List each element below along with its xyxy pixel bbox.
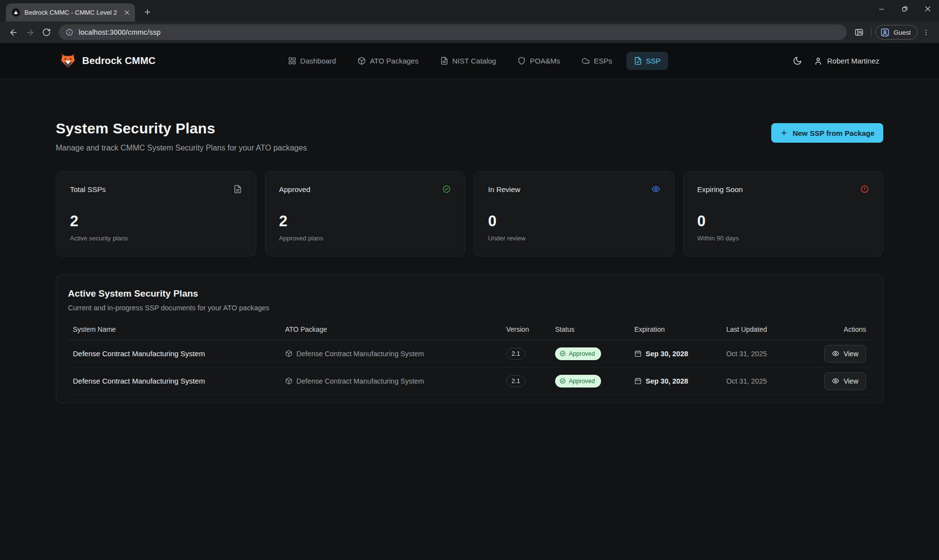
window-controls: [870, 0, 939, 18]
app-header: Bedrock CMMC Dashboard ATO Packages NIST…: [0, 43, 939, 79]
view-button[interactable]: View: [824, 345, 866, 363]
calendar-icon: [634, 350, 642, 357]
stat-value: 2: [70, 213, 242, 230]
restore-button[interactable]: [893, 0, 916, 18]
table-title: Active System Security Plans: [68, 288, 871, 299]
url-text: localhost:3000/cmmc/ssp: [79, 28, 160, 36]
stat-label: Total SSPs: [70, 185, 106, 194]
table-header-row: System Name ATO Package Version Status E…: [68, 325, 871, 340]
url-bar[interactable]: localhost:3000/cmmc/ssp: [59, 24, 847, 40]
stat-caption: Within 90 days: [697, 235, 870, 242]
alert-circle-icon: [860, 185, 869, 194]
col-header-last-updated: Last Updated: [721, 325, 814, 340]
version-badge: 2.1: [506, 375, 525, 387]
profile-button[interactable]: Guest: [875, 25, 917, 40]
nav-label: ATO Packages: [370, 57, 419, 65]
browser-toolbar: localhost:3000/cmmc/ssp Guest: [0, 22, 939, 43]
tab-search-icon[interactable]: [850, 24, 867, 41]
user-menu[interactable]: Robert Martinez: [814, 57, 879, 65]
eye-icon: [832, 377, 839, 385]
nav-item-esps[interactable]: ESPs: [574, 52, 620, 70]
moon-icon[interactable]: [793, 56, 802, 65]
guest-avatar-icon: [880, 28, 890, 37]
site-info-icon[interactable]: [66, 28, 73, 36]
calendar-icon: [634, 377, 642, 385]
browser-tab[interactable]: Bedrock CMMC - CMMC Level 2: [6, 3, 135, 22]
grid-icon: [288, 57, 296, 65]
col-header-actions: Actions: [814, 325, 871, 340]
cell-actions: View: [814, 345, 871, 363]
file-text-icon: [233, 185, 242, 194]
table-row: Defense Contract Manufacturing System De…: [68, 340, 871, 367]
view-button[interactable]: View: [824, 372, 866, 390]
stat-card-total-ssps: Total SSPs 2 Active security plans: [56, 171, 256, 257]
file-check-icon: [634, 57, 642, 65]
browser-tab-strip: Bedrock CMMC - CMMC Level 2: [0, 0, 939, 22]
nav-label: POA&Ms: [530, 57, 560, 65]
eye-icon: [832, 350, 839, 357]
cell-version: 2.1: [501, 348, 550, 360]
stat-caption: Approved plans: [279, 235, 451, 242]
nav-item-nist-catalog[interactable]: NIST Catalog: [433, 52, 504, 70]
cell-expiration: Sep 30, 2028: [629, 350, 721, 358]
forward-button[interactable]: [22, 24, 38, 41]
header-right: Robert Martinez: [793, 56, 879, 65]
status-badge: Approved: [555, 347, 601, 360]
nav-label: NIST Catalog: [452, 57, 496, 65]
nav-label: Dashboard: [300, 57, 336, 65]
new-tab-button[interactable]: [140, 4, 155, 19]
nav-item-ato-packages[interactable]: ATO Packages: [350, 52, 426, 70]
stat-label: In Review: [488, 185, 520, 194]
cell-system-name: Defense Contract Manufacturing System: [68, 349, 280, 358]
user-name: Robert Martinez: [827, 57, 879, 65]
nav-item-ssp[interactable]: SSP: [626, 52, 668, 70]
cell-expiration: Sep 30, 2028: [629, 377, 721, 385]
check-circle-icon: [442, 185, 451, 194]
brand[interactable]: Bedrock CMMC: [60, 53, 156, 69]
back-button[interactable]: [5, 24, 22, 41]
file-text-icon: [440, 57, 448, 65]
toolbar-separator: [871, 27, 872, 37]
stat-card-approved: Approved 2 Approved plans: [265, 171, 466, 257]
tab-close-icon[interactable]: [122, 8, 131, 17]
cell-actions: View: [814, 372, 871, 390]
nav-label: ESPs: [594, 57, 612, 65]
package-icon: [285, 350, 292, 357]
cell-version: 2.1: [501, 375, 550, 387]
tab-title: Bedrock CMMC - CMMC Level 2: [24, 9, 118, 16]
stat-caption: Under review: [488, 235, 660, 242]
table-subtitle: Current and in-progress SSP documents fo…: [68, 304, 871, 312]
cell-last-updated: Oct 31, 2025: [721, 350, 814, 358]
cell-system-name: Defense Contract Manufacturing System: [68, 377, 280, 385]
cell-ato-package: Defense Contract Manufacturing System: [280, 350, 501, 358]
new-ssp-button[interactable]: New SSP from Package: [771, 123, 883, 143]
fox-logo-icon: [60, 53, 76, 69]
stat-value: 0: [697, 213, 870, 230]
check-circle-icon: [559, 378, 566, 384]
user-icon: [814, 57, 823, 65]
nav-item-dashboard[interactable]: Dashboard: [281, 52, 343, 70]
status-badge: Approved: [555, 375, 601, 388]
page-subtitle: Manage and track CMMC System Security Pl…: [56, 144, 307, 152]
version-badge: 2.1: [506, 348, 525, 360]
page-title: System Security Plans: [56, 120, 307, 137]
close-button[interactable]: [916, 0, 939, 18]
stats-row: Total SSPs 2 Active security plans Appro…: [56, 171, 883, 257]
cell-ato-package: Defense Contract Manufacturing System: [280, 377, 501, 385]
main-content: System Security Plans Manage and track C…: [0, 79, 939, 403]
package-icon: [285, 377, 292, 385]
cell-status: Approved: [550, 347, 629, 360]
browser-menu-icon[interactable]: [917, 24, 934, 41]
stat-value: 0: [488, 213, 660, 230]
stat-caption: Active security plans: [70, 235, 242, 242]
col-header-expiration: Expiration: [629, 325, 721, 340]
nav-item-poams[interactable]: POA&Ms: [510, 52, 567, 70]
ssp-table-card: Active System Security Plans Current and…: [56, 275, 883, 403]
col-header-status: Status: [550, 325, 629, 340]
eye-icon: [651, 185, 660, 194]
minimize-button[interactable]: [870, 0, 893, 18]
col-header-version: Version: [501, 325, 550, 340]
main-nav: Dashboard ATO Packages NIST Catalog POA&…: [281, 52, 668, 70]
reload-button[interactable]: [38, 24, 55, 41]
profile-label: Guest: [894, 29, 911, 36]
